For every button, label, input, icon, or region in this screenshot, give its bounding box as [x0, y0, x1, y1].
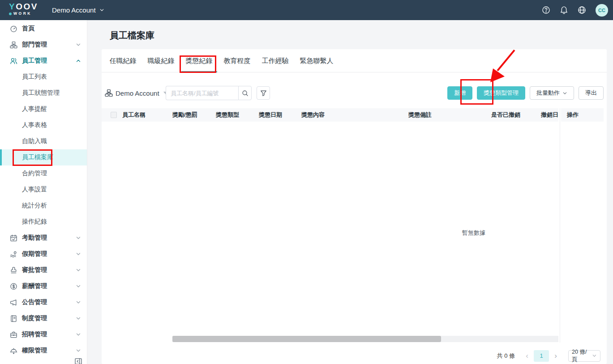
column-header: 獎懲類型 — [216, 108, 239, 122]
globe-icon[interactable] — [578, 6, 586, 14]
sidebar-item-permission-management[interactable]: 權限管理 — [0, 343, 87, 359]
search-input[interactable] — [166, 86, 238, 100]
tab-education-level[interactable]: 教育程度 — [219, 49, 255, 72]
sidebar-item-label: 審批管理 — [22, 266, 47, 274]
sidebar-item-attendance-management[interactable]: 考勤管理 — [0, 230, 87, 246]
collapse-sidebar-icon[interactable] — [74, 357, 82, 364]
sidebar-item-employee-status-management[interactable]: 員工狀態管理 — [0, 85, 87, 101]
department-icon — [10, 41, 17, 49]
account-switcher[interactable]: Demo Account — [52, 0, 104, 20]
batch-actions-button[interactable]: 批量動作 — [530, 86, 574, 100]
sidebar-item-label: 自助入職 — [22, 137, 47, 145]
sidebar-item-label: 操作紀錄 — [22, 218, 47, 226]
page-size-value: 20 條/頁 — [572, 348, 592, 364]
tab-tenure-record[interactable]: 任職紀錄 — [105, 49, 141, 72]
sidebar-item-label: 人事提醒 — [22, 105, 47, 113]
bell-icon[interactable] — [560, 6, 568, 14]
button-label: 導出 — [585, 89, 597, 97]
sidebar-item-home[interactable]: 首頁 — [0, 21, 87, 37]
column-header: 操作 — [567, 108, 579, 122]
column-header: 獎勵/懲罰 — [172, 108, 197, 122]
select-all-checkbox[interactable] — [111, 112, 117, 118]
employees-icon — [10, 57, 17, 65]
empty-state-text: 暫無數據 — [462, 229, 485, 237]
sidebar-item-statistics-analysis[interactable]: 統計分析 — [0, 198, 87, 214]
search-button[interactable] — [238, 86, 252, 100]
topbar-actions: CC — [542, 0, 608, 20]
book-icon — [10, 315, 17, 322]
account-label: Demo Account — [52, 6, 96, 14]
home-icon — [10, 25, 17, 33]
logo-subtext: WORK — [9, 11, 38, 16]
sidebar-item-contract-management[interactable]: 合約管理 — [0, 165, 87, 182]
help-glyph — [542, 6, 550, 14]
sidebar-item-announcement-management[interactable]: 公告管理 — [0, 294, 87, 310]
sidebar-item-approval-management[interactable]: 審批管理 — [0, 262, 87, 278]
yoov-work-logo: YOOV WORK — [9, 2, 38, 16]
sidebar-item-employee-list[interactable]: 員工列表 — [0, 69, 87, 85]
add-button[interactable]: 新增 — [447, 86, 472, 100]
sidebar-item-employee-management[interactable]: 員工管理 — [0, 53, 87, 69]
tab-bar: 任職紀錄職級紀錄獎懲紀錄教育程度工作經驗緊急聯繫人 — [102, 49, 607, 72]
sidebar-item-employee-archive[interactable]: 員工檔案庫 — [0, 149, 87, 165]
sidebar-item-label: 員工列表 — [22, 73, 47, 81]
avatar[interactable]: CC — [596, 4, 608, 17]
search-group — [166, 86, 252, 100]
button-label: 批量動作 — [536, 89, 560, 97]
vacation-icon — [10, 250, 17, 258]
chevron-down-icon — [76, 251, 81, 257]
sidebar: 首頁部門管理員工管理員工列表員工狀態管理人事提醒人事表格自助入職員工檔案庫合約管… — [0, 20, 87, 364]
table-header-fixed: 操作 — [561, 108, 604, 122]
reward-type-management-button[interactable]: 獎懲類型管理 — [477, 86, 525, 100]
tab-reward-punishment-record[interactable]: 獎懲紀錄 — [181, 49, 217, 72]
sitemap-glyph — [105, 89, 113, 97]
page-size-select[interactable]: 20 條/頁 — [568, 350, 600, 362]
button-label: 新增 — [454, 89, 466, 97]
sidebar-item-leave-management[interactable]: 假期管理 — [0, 246, 87, 262]
column-header: 獎懲日期 — [259, 108, 282, 122]
page-title: 員工檔案庫 — [110, 30, 154, 42]
sidebar-item-self-onboarding[interactable]: 自助入職 — [0, 133, 87, 149]
dollar-icon — [10, 283, 17, 290]
toolbar-buttons: 新增獎懲類型管理批量動作導出 — [447, 86, 604, 100]
sidebar-item-hr-reminder[interactable]: 人事提醒 — [0, 101, 87, 117]
fixed-column-divider — [560, 108, 560, 343]
sidebar-item-label: 權限管理 — [22, 347, 47, 355]
sidebar-item-operation-log[interactable]: 操作紀錄 — [0, 214, 87, 230]
sidebar-item-recruitment-management[interactable]: 招聘管理 — [0, 326, 87, 343]
content-card: 任職紀錄職級紀錄獎懲紀錄教育程度工作經驗緊急聯繫人 Demo Account 新… — [102, 49, 607, 364]
current-page[interactable]: 1 — [534, 350, 549, 362]
export-button[interactable]: 導出 — [579, 86, 604, 100]
sidebar-item-payroll-management[interactable]: 薪酬管理 — [0, 278, 87, 294]
topbar: YOOV WORK Demo Account CC — [0, 0, 613, 20]
stamp-icon — [10, 267, 17, 274]
sidebar-item-label: 人事表格 — [22, 121, 47, 129]
column-header: 員工名稱 — [122, 108, 146, 122]
next-page-button[interactable]: › — [551, 350, 561, 361]
sidebar-item-label: 考勤管理 — [22, 234, 47, 242]
scope-selector[interactable]: Demo Account — [105, 85, 168, 101]
chevron-down-icon — [76, 332, 81, 337]
sidebar-item-label: 制度管理 — [22, 314, 47, 322]
sidebar-item-department-management[interactable]: 部門管理 — [0, 37, 87, 53]
tab-work-experience[interactable]: 工作經驗 — [257, 49, 293, 72]
sidebar-item-label: 員工檔案庫 — [22, 153, 53, 161]
chevron-up-icon — [76, 58, 81, 63]
column-header: 是否已撤銷 — [491, 108, 520, 122]
filter-button[interactable] — [257, 86, 270, 100]
logo-text: YOOV — [9, 2, 38, 11]
column-header: 獎懲內容 — [301, 108, 325, 122]
sidebar-item-hr-settings[interactable]: 人事設置 — [0, 182, 87, 198]
sitemap-icon — [105, 89, 113, 97]
total-count: 共 0 條 — [497, 352, 515, 360]
help-icon[interactable] — [542, 6, 550, 14]
toolbar: Demo Account 新增獎懲類型管理批量動作導出 — [102, 85, 607, 101]
chevron-down-icon — [76, 42, 81, 47]
sidebar-item-policy-management[interactable]: 制度管理 — [0, 310, 87, 326]
tab-grade-record[interactable]: 職級紀錄 — [143, 49, 179, 72]
sidebar-item-hr-forms[interactable]: 人事表格 — [0, 117, 87, 133]
prev-page-button[interactable]: ‹ — [522, 350, 532, 361]
chevron-down-icon — [562, 91, 567, 96]
horizontal-scrollbar-thumb[interactable] — [172, 336, 441, 342]
tab-emergency-contact[interactable]: 緊急聯繫人 — [296, 49, 338, 72]
